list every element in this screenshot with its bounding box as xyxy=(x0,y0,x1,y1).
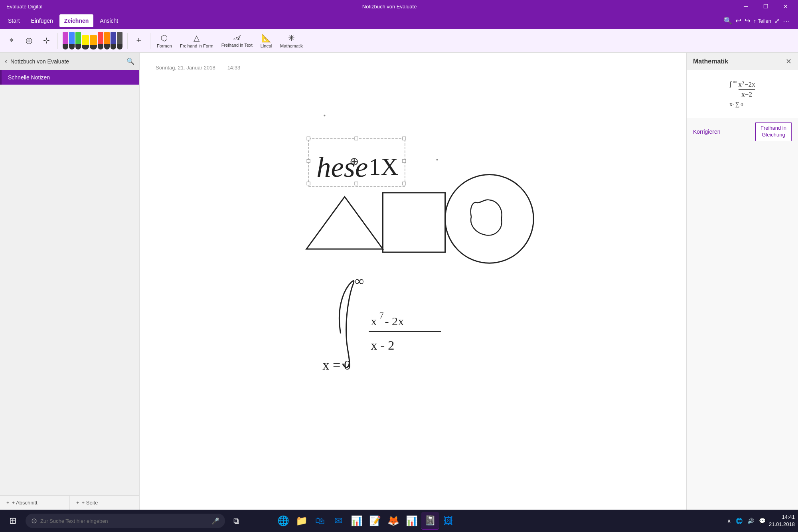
sidebar-notebook-title: Notizbuch von Evaluate xyxy=(10,58,123,65)
formen-button[interactable]: ⬡ Formen xyxy=(154,30,175,51)
eraser-tool[interactable]: ◎ xyxy=(21,30,37,51)
infinity-symbol: ∞ xyxy=(355,274,364,288)
x-dot-label: x· xyxy=(729,101,734,108)
undo-icon[interactable]: ↩ xyxy=(735,16,741,25)
denominator-text: x - 2 xyxy=(371,338,394,352)
minimize-button[interactable]: ─ xyxy=(737,0,755,13)
korrigieren-link[interactable]: Korrigieren xyxy=(693,129,720,135)
freihand-form-label: Freihand in Form xyxy=(180,44,213,48)
microphone-icon[interactable]: 🎤 xyxy=(211,517,219,525)
taskbar-search-input[interactable] xyxy=(40,518,208,524)
math-panel-close-button[interactable]: ✕ xyxy=(786,57,792,66)
maximize-button[interactable]: ❐ xyxy=(757,0,775,13)
zero-label: 0 xyxy=(741,101,743,108)
cortana-icon: ⊙ xyxy=(31,516,37,525)
show-hidden-icons[interactable]: ∧ xyxy=(725,516,733,526)
pen-orange2[interactable] xyxy=(104,32,110,49)
freihand-in-gleichung-button[interactable]: Freihand in Gleichung xyxy=(755,122,792,141)
lineal-icon: 📐 xyxy=(261,33,271,43)
taskbar-explorer-icon[interactable]: 📁 xyxy=(293,512,310,530)
expand-icon[interactable]: ⤢ xyxy=(774,17,780,25)
pen-green[interactable] xyxy=(75,32,81,49)
small-dot-2 xyxy=(436,159,438,160)
taskbar-app-group: 🌐 📁 🛍 ✉ 📊 📝 🦊 📊 📓 🖼 xyxy=(247,512,485,530)
taskbar-onenote-icon[interactable]: 📓 xyxy=(421,512,439,530)
network-icon[interactable]: 🌐 xyxy=(734,516,744,526)
numerator-text: x xyxy=(371,314,377,328)
add-section-button[interactable]: + + Abschnitt xyxy=(0,496,69,510)
taskbar-firefox-icon[interactable]: 🦊 xyxy=(385,512,402,530)
taskbar-mail-icon[interactable]: ✉ xyxy=(330,512,347,530)
pen-red[interactable] xyxy=(98,32,103,49)
lineal-button[interactable]: 📐 Lineal xyxy=(257,30,275,51)
numerator-minus: - 2x xyxy=(385,314,404,328)
taskbar-edge-icon[interactable]: 🌐 xyxy=(275,512,292,530)
mathematik-button[interactable]: ✳ Mathematik xyxy=(277,30,306,51)
clock-time: 14:41 xyxy=(769,514,795,521)
menu-item-ansicht[interactable]: Ansicht xyxy=(95,14,123,27)
highlighter-orange[interactable] xyxy=(90,35,97,49)
eraser-icon: ◎ xyxy=(26,36,32,45)
freihand-form-button[interactable]: △ Freihand in Form xyxy=(177,30,217,51)
pen-darkblue[interactable] xyxy=(111,32,116,49)
search-icon[interactable]: 🔍 xyxy=(723,16,732,25)
menu-item-zeichnen[interactable]: Zeichnen xyxy=(59,14,93,27)
highlighter-yellow[interactable] xyxy=(82,35,89,49)
handle-tc xyxy=(355,137,358,140)
pen-black[interactable] xyxy=(117,32,122,49)
task-view-button[interactable]: ⧉ xyxy=(227,511,246,530)
handle-tl xyxy=(307,137,310,140)
add-pen-button[interactable]: + xyxy=(131,30,147,51)
handle-tr xyxy=(403,137,406,140)
drawn-circle xyxy=(445,175,534,263)
more-options-icon[interactable]: ⋯ xyxy=(783,16,790,25)
math-formula-display: ∫ ∞ x⁷−2x x−2 x· ∑ 0 xyxy=(687,70,798,118)
add-section-icon: + xyxy=(6,500,10,506)
move-tool[interactable]: ⊹ xyxy=(38,30,54,51)
integral-rendered: ∫ xyxy=(729,80,731,87)
window-controls: ─ ❐ ✕ xyxy=(737,0,795,13)
sidebar: ‹ Notizbuch von Evaluate 🔍 Schnelle Noti… xyxy=(0,53,140,510)
x-equals-0: x = 0 xyxy=(322,357,351,372)
integral-sign xyxy=(339,281,354,367)
close-button[interactable]: ✕ xyxy=(776,0,795,13)
canvas-area[interactable]: Sonntag, 21. Januar 2018 14:33 ⊕ hese 1X xyxy=(140,53,686,510)
lasso-tool[interactable]: ⌖ xyxy=(3,30,19,51)
section-label: Schnelle Notizen xyxy=(8,74,50,81)
menu-item-start[interactable]: Start xyxy=(3,14,25,27)
start-button[interactable]: ⊞ xyxy=(3,511,22,530)
sidebar-search-button[interactable]: 🔍 xyxy=(126,57,134,65)
handwritten-text: hese xyxy=(316,151,368,183)
redo-icon[interactable]: ↪ xyxy=(745,16,751,25)
section-schnelle-notizen[interactable]: Schnelle Notizen xyxy=(0,70,139,85)
taskbar-clock[interactable]: 14:41 21.01.2018 xyxy=(769,514,795,528)
add-page-button[interactable]: + + Seite xyxy=(70,496,139,510)
pen-blue[interactable] xyxy=(69,32,75,49)
drawing-canvas[interactable]: ⊕ hese 1X ∞ x 7 - 2x x - 2 xyxy=(140,53,686,510)
taskbar-search-box[interactable]: ⊙ 🎤 xyxy=(26,514,225,528)
notification-icon[interactable]: 💬 xyxy=(757,516,767,526)
taskbar-photos-icon[interactable]: 🖼 xyxy=(440,512,457,530)
taskbar-excel-icon[interactable]: 📊 xyxy=(348,512,365,530)
move-icon: ⊹ xyxy=(43,36,50,45)
numerator-rendered: x⁷−2x xyxy=(739,80,755,90)
toolbar-divider-3 xyxy=(150,33,150,49)
freihand-text-label: Freihand in Text xyxy=(221,43,253,47)
volume-icon[interactable]: 🔊 xyxy=(746,516,756,526)
taskbar: ⊞ ⊙ 🎤 ⧉ 🌐 📁 🛍 ✉ 📊 📝 🦊 📊 📓 🖼 ∧ 🌐 🔊 💬 14:4… xyxy=(0,510,798,532)
pen-purple[interactable] xyxy=(63,32,68,49)
taskbar-store-icon[interactable]: 🛍 xyxy=(311,512,329,530)
freihand-text-button[interactable]: 𝒜 Freihand in Text xyxy=(218,30,256,51)
menubar: Start Einfügen Zeichnen Ansicht 🔍 ↩ ↪ ↑T… xyxy=(0,13,798,29)
formula-rendered: ∫ ∞ x⁷−2x x−2 x· ∑ 0 xyxy=(729,80,755,108)
small-dot xyxy=(324,115,325,116)
taskbar-powerpoint-icon[interactable]: 📊 xyxy=(403,512,421,530)
menu-item-einfuegen[interactable]: Einfügen xyxy=(26,14,58,27)
handle-br xyxy=(403,182,406,185)
toolbar: ⌖ ◎ ⊹ + ⬡ Formen △ Freihand in Form 𝒜 Fr… xyxy=(0,29,798,53)
clock-date: 21.01.2018 xyxy=(769,521,795,528)
back-button[interactable]: ‹ xyxy=(5,57,7,65)
taskbar-word-icon[interactable]: 📝 xyxy=(366,512,384,530)
teilen-button[interactable]: ↑Teilen xyxy=(754,18,771,24)
exponent-7: 7 xyxy=(379,310,383,320)
